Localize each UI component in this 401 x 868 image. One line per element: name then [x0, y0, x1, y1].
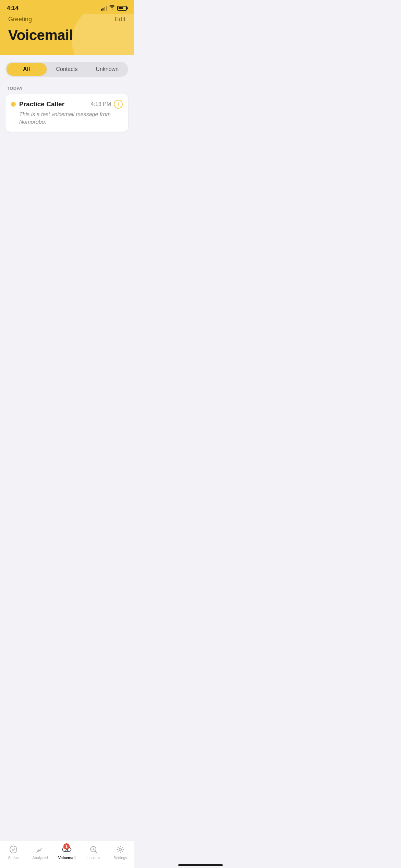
filter-tabs: All Contacts Unknown: [5, 62, 128, 77]
status-icons: [101, 5, 127, 11]
voicemail-card[interactable]: Practice Caller 4:13 PM i This is a test…: [5, 94, 128, 132]
voicemail-time: 4:13 PM: [90, 101, 111, 107]
header: Greeting Edit Voicemail: [0, 14, 134, 55]
info-icon[interactable]: i: [114, 100, 123, 109]
voicemail-caller: Practice Caller: [11, 100, 64, 108]
filter-tab-contacts[interactable]: Contacts: [47, 63, 87, 76]
voicemail-meta: 4:13 PM i: [90, 100, 123, 109]
section-header-today: TODAY: [5, 86, 128, 91]
voicemail-preview: This is a test voicemail message from No…: [11, 111, 123, 126]
filter-tab-all[interactable]: All: [7, 63, 47, 76]
battery-icon: [117, 6, 127, 11]
signal-icon: [101, 6, 107, 11]
status-time: 4:14: [7, 5, 19, 12]
caller-name: Practice Caller: [19, 100, 64, 108]
unread-dot: [11, 102, 16, 107]
voicemail-list: TODAY Practice Caller 4:13 PM i This is …: [0, 80, 134, 132]
voicemail-top-row: Practice Caller 4:13 PM i: [11, 100, 123, 109]
filter-tab-unknown[interactable]: Unknown: [87, 63, 127, 76]
status-bar: 4:14: [0, 0, 134, 14]
greeting-label: Greeting: [8, 16, 32, 23]
wifi-icon: [109, 5, 115, 11]
filter-section: All Contacts Unknown: [0, 55, 134, 80]
